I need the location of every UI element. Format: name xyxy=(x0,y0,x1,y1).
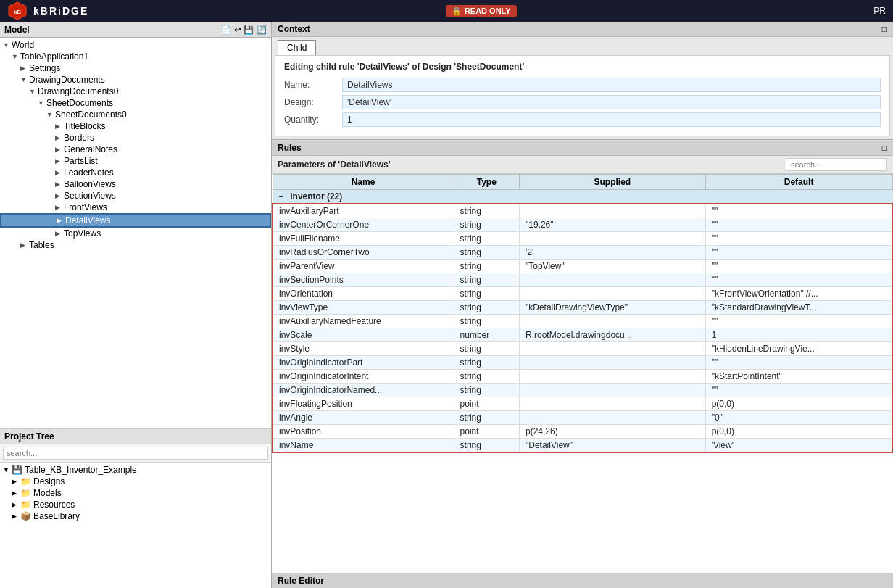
tree-item-balloonviews[interactable]: ▶ BalloonViews xyxy=(0,178,271,190)
table-row[interactable]: invAuxiliaryNamedFeaturestring"" xyxy=(273,315,892,328)
cell-supplied: "19,26" xyxy=(519,218,705,232)
tree-item-world[interactable]: ▼ World xyxy=(0,39,271,51)
tree-item-sheetdocs[interactable]: ▼ SheetDocuments xyxy=(0,97,271,109)
icon-designs: 📁 xyxy=(20,476,31,486)
cell-name: invOriginIndicatorNamed... xyxy=(273,384,454,397)
cell-name: invViewType xyxy=(273,301,454,315)
cell-default: "" xyxy=(705,273,892,287)
model-icon-undo[interactable]: ↩ xyxy=(234,25,241,35)
tree-item-generalnotes[interactable]: ▶ GeneralNotes xyxy=(0,144,271,155)
tree-label-leadernotes: LeaderNotes xyxy=(64,167,114,178)
cell-name: invPosition xyxy=(273,425,454,439)
collapse-button[interactable]: − xyxy=(279,192,283,201)
project-section: Project Tree ▼ 💾 Table_KB_Inventor_Examp… xyxy=(0,428,271,588)
cell-default: p(0,0) xyxy=(705,425,892,439)
arrow-sheetdocs: ▼ xyxy=(38,99,46,107)
right-panel: Context □ Child Editing child rule 'Deta… xyxy=(272,22,893,588)
model-section: Model 📄 ↩ 💾 🔄 ▼ World ▼ TableApplication xyxy=(0,22,271,428)
icon-baselibrary: 📦 xyxy=(20,511,31,521)
col-header-name: Name xyxy=(273,175,454,190)
model-icon-doc[interactable]: 📄 xyxy=(221,25,231,35)
cell-supplied xyxy=(519,370,705,384)
rules-maximize-icon[interactable]: □ xyxy=(882,143,887,153)
form-label-quantity: Quantity: xyxy=(284,115,342,125)
tree-item-titleblocks[interactable]: ▶ TitleBlocks xyxy=(0,120,271,132)
tree-item-partslists[interactable]: ▶ PartsList xyxy=(0,155,271,167)
cell-default: "" xyxy=(705,384,892,397)
tree-label-detailviews: DetailViews xyxy=(65,215,110,225)
context-body: Editing child rule 'DetailViews' of Desi… xyxy=(275,55,890,136)
cell-name: invStyle xyxy=(273,342,454,356)
cell-supplied xyxy=(519,411,705,425)
table-row[interactable]: invFloatingPositionpointp(0,0) xyxy=(273,397,892,411)
list-item-table-kb[interactable]: ▼ 💾 Table_KB_Inventor_Example xyxy=(0,464,271,476)
table-row[interactable]: invParentViewstring"TopView""" xyxy=(273,260,892,273)
tree-item-borders[interactable]: ▶ Borders xyxy=(0,132,271,144)
cell-default: "kStartPointIntent" xyxy=(705,370,892,384)
table-header-row: Name Type Supplied Default xyxy=(273,175,892,190)
table-row[interactable]: invAuxiliaryPartstring"" xyxy=(273,204,892,218)
form-value-quantity: 1 xyxy=(342,112,881,127)
cell-default: "" xyxy=(705,246,892,260)
table-row[interactable]: invOriginIndicatorIntentstring"kStartPoi… xyxy=(273,370,892,384)
cell-default: "0" xyxy=(705,411,892,425)
cell-supplied: R.rootModel.drawingdocu... xyxy=(519,328,705,342)
list-item-baselibrary[interactable]: ▶ 📦 BaseLibrary xyxy=(0,510,271,522)
tree-label-sheetdocs0: SheetDocuments0 xyxy=(55,109,127,120)
cell-type: string xyxy=(454,301,519,315)
label-designs: Designs xyxy=(33,476,65,486)
cell-default: "" xyxy=(705,204,892,218)
model-icon-refresh[interactable]: 🔄 xyxy=(257,25,267,35)
rules-search-input[interactable] xyxy=(786,158,887,171)
list-item-models[interactable]: ▶ 📁 Models xyxy=(0,487,271,499)
cell-type: string xyxy=(454,411,519,425)
tab-child[interactable]: Child xyxy=(278,40,316,55)
tree-item-leadernotes[interactable]: ▶ LeaderNotes xyxy=(0,167,271,178)
arrow-resources: ▶ xyxy=(12,501,20,508)
table-row[interactable]: invCenterOrCornerOnestring"19,26""" xyxy=(273,218,892,232)
cell-name: invAuxiliaryPart xyxy=(273,204,454,218)
tree-item-settings[interactable]: ▶ Settings xyxy=(0,62,271,74)
tree-item-drawingdocs0[interactable]: ▼ DrawingDocuments0 xyxy=(0,86,271,97)
list-item-resources[interactable]: ▶ 📁 Resources xyxy=(0,499,271,510)
svg-text:kB: kB xyxy=(14,9,21,15)
lock-icon: 🔒 xyxy=(452,7,462,16)
table-row[interactable]: invViewTypestring"kDetailDrawingViewType… xyxy=(273,301,892,315)
table-row[interactable]: invFullFilenamestring"" xyxy=(273,232,892,246)
table-row[interactable]: invSectionPointsstring"" xyxy=(273,273,892,287)
cell-name: invName xyxy=(273,439,454,453)
tree-item-tableapp1[interactable]: ▼ TableApplication1 xyxy=(0,51,271,62)
table-row[interactable]: invStylestring"kHiddenLineDrawingVie... xyxy=(273,342,892,356)
arrow-partslists: ▶ xyxy=(55,157,64,165)
project-search-input[interactable] xyxy=(3,447,268,460)
tree-item-frontviews[interactable]: ▶ FrontViews xyxy=(0,202,271,213)
tree-item-drawingdocs[interactable]: ▼ DrawingDocuments xyxy=(0,74,271,86)
cell-default: "kFrontViewOrientation" //... xyxy=(705,287,892,301)
tree-label-titleblocks: TitleBlocks xyxy=(64,121,106,131)
tree-item-sectionviews[interactable]: ▶ SectionViews xyxy=(0,190,271,202)
tree-item-topviews[interactable]: ▶ TopViews xyxy=(0,228,271,239)
readonly-badge: 🔒 READ ONLY xyxy=(446,5,517,17)
rules-search-area xyxy=(786,158,887,171)
list-item-designs[interactable]: ▶ 📁 Designs xyxy=(0,476,271,487)
rules-title: Rules xyxy=(278,143,302,153)
table-row[interactable]: invOrientationstring"kFrontViewOrientati… xyxy=(273,287,892,301)
table-row[interactable]: invOriginIndicatorNamed...string"" xyxy=(273,384,892,397)
table-row[interactable]: invNamestring"DetailView"'View' xyxy=(273,439,892,453)
left-panel: Model 📄 ↩ 💾 🔄 ▼ World ▼ TableApplication xyxy=(0,22,272,588)
tree-item-tables[interactable]: ▶ Tables xyxy=(0,239,271,251)
table-row[interactable]: invPositionpointp(24,26)p(0,0) xyxy=(273,425,892,439)
cell-type: string xyxy=(454,204,519,218)
context-maximize-icon[interactable]: □ xyxy=(882,24,887,34)
tree-item-sheetdocs0[interactable]: ▼ SheetDocuments0 xyxy=(0,109,271,120)
table-row[interactable]: invRadiusOrCornerTwostring'2'"" xyxy=(273,246,892,260)
table-row[interactable]: invAnglestring"0" xyxy=(273,411,892,425)
label-resources: Resources xyxy=(33,500,75,510)
model-icon-save[interactable]: 💾 xyxy=(244,25,254,35)
tree-label-tables: Tables xyxy=(29,240,54,250)
tree-item-detailviews[interactable]: ▶ DetailViews xyxy=(0,213,271,228)
params-title: Parameters of 'DetailViews' xyxy=(278,160,391,170)
group-label: Inventor (22) xyxy=(290,191,342,202)
table-row[interactable]: invOriginIndicatorPartstring"" xyxy=(273,356,892,370)
table-row[interactable]: invScalenumberR.rootModel.drawingdocu...… xyxy=(273,328,892,342)
